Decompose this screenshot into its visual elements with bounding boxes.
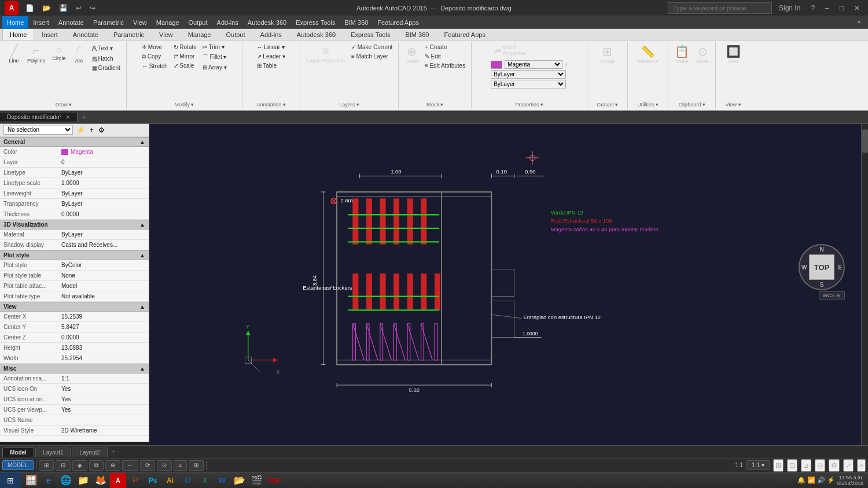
text-btn[interactable]: A Text ▾ (90, 43, 123, 54)
tab-output[interactable]: Output (219, 28, 253, 40)
hatch-btn[interactable]: ▨ Hatch (90, 54, 123, 63)
menu-a360[interactable]: Autodesk 360 (243, 16, 291, 29)
array-btn[interactable]: ⊞ Array ▾ (200, 63, 229, 72)
tab-manage[interactable]: Manage (181, 28, 219, 40)
tab-home[interactable]: Home (2, 28, 34, 40)
make-current-btn[interactable]: ✓ Make Current (349, 43, 395, 51)
taskbar-powerpoint-icon[interactable]: P (127, 473, 144, 488)
tab-parametric[interactable]: Parametric (106, 28, 152, 40)
doc-tab-close[interactable]: ✕ (65, 114, 70, 120)
layer-props-btn[interactable]: ≡ Layer Properties (304, 43, 348, 65)
section-general[interactable]: General ▲ (0, 137, 149, 147)
taskbar-autocad-icon[interactable]: A (110, 473, 126, 488)
taskbar-ie-icon[interactable]: e (41, 473, 57, 488)
polar-btn[interactable]: ◎ (815, 459, 825, 472)
maximize-btn[interactable]: □ (836, 3, 847, 13)
minimize-btn[interactable]: – (822, 3, 833, 13)
snap-btn-5[interactable]: ⊕ (105, 460, 120, 471)
fillet-btn[interactable]: ⌒ Fillet ▾ (200, 52, 229, 62)
taskbar-photoshop-icon[interactable]: Ps (145, 473, 161, 488)
help-btn[interactable]: ? (807, 3, 818, 13)
settings-btn[interactable]: ⚙ (829, 459, 840, 472)
layout-add-btn[interactable]: + (108, 447, 119, 457)
sign-in-btn[interactable]: Sign In (775, 3, 804, 13)
tab-insert[interactable]: Insert (34, 28, 65, 40)
view-btn[interactable]: 🔲 View (723, 43, 744, 66)
stretch-btn[interactable]: ↔ Stretch (139, 62, 170, 71)
model-status-btn[interactable]: MODEL (2, 460, 34, 470)
base-btn[interactable]: ⊙ Base (693, 43, 712, 66)
mirror-btn[interactable]: ⇌ Mirror (171, 52, 199, 61)
snap-btn-2[interactable]: ⊟ (56, 460, 71, 471)
menu-addins[interactable]: Add-ins (212, 16, 243, 29)
new-btn[interactable]: 📄 (22, 3, 38, 13)
tab-annotate[interactable]: Annotate (65, 28, 106, 40)
menu-annotate[interactable]: Annotate (54, 16, 89, 29)
menu-bim360[interactable]: BIM 360 (340, 16, 373, 29)
tab-view[interactable]: View (152, 28, 181, 40)
taskbar-media-icon[interactable]: 🎬 (249, 473, 265, 488)
tray-icon-3[interactable]: 🔊 (817, 476, 825, 484)
copy-btn[interactable]: ⧉ Copy (139, 52, 170, 61)
props-add-btn[interactable]: + (89, 125, 95, 135)
model-tab[interactable]: Model (2, 448, 34, 457)
tray-icon-1[interactable]: 🔔 (797, 476, 806, 484)
polyline-btn[interactable]: ⌐ Polyline (24, 43, 49, 65)
snap-btn-9[interactable]: ≡ (174, 460, 187, 471)
save-btn[interactable]: 💾 (56, 3, 71, 13)
snap-btn-8[interactable]: ⊙ (157, 460, 172, 471)
taskbar-pdf-icon[interactable]: PDF (266, 473, 282, 488)
snap-btn-7[interactable]: ⟳ (140, 460, 155, 471)
tray-icon-4[interactable]: ⚡ (827, 476, 835, 484)
scale-btn[interactable]: 1:1 ▾ (746, 460, 770, 470)
layout2-tab[interactable]: Layout2 (72, 448, 108, 457)
ortho-btn[interactable]: ⊿ (801, 459, 811, 472)
snap-icon-btn[interactable]: ⊡ (787, 459, 797, 472)
tab-a360[interactable]: Autodesk 360 (289, 28, 343, 40)
menu-manage[interactable]: Manage (152, 16, 184, 29)
linetype-selector[interactable]: ByLayer (491, 70, 566, 79)
undo-btn[interactable]: ↩ (72, 3, 85, 13)
taskbar-outlook-icon[interactable]: O (179, 473, 196, 488)
leader-btn[interactable]: ↗ Leader ▾ (255, 52, 288, 61)
tab-bim360[interactable]: BIM 360 (398, 28, 436, 40)
doc-tab-active[interactable]: Deposito modificado° ✕ (0, 113, 78, 121)
props-settings-btn[interactable]: ⚙ (97, 125, 106, 135)
scale-btn[interactable]: ⤢ Scale (171, 61, 199, 70)
taskbar-illustrator-icon[interactable]: Ai (162, 473, 178, 488)
color-selector[interactable]: Magenta ByLayer Red (505, 60, 562, 69)
search-input[interactable] (668, 2, 772, 14)
redo-btn[interactable]: ↪ (86, 3, 99, 13)
line-btn[interactable]: ╱ Line (5, 43, 23, 65)
snap-btn-6[interactable]: ↔ (122, 460, 138, 471)
gradient-btn[interactable]: ▦ Gradient (90, 64, 123, 72)
taskbar-explorer-icon[interactable]: 📂 (231, 473, 248, 488)
snap-btn-1[interactable]: ⊞ (39, 460, 54, 471)
open-btn[interactable]: 📂 (39, 3, 54, 13)
menu-express[interactable]: Express Tools (291, 16, 340, 29)
snap-btn-3[interactable]: ◈ (72, 460, 87, 471)
drawing-svg[interactable]: 1.00 0.10 0.90 2.6m 3.84 5.02 1.0000 (149, 124, 861, 451)
circle-btn[interactable]: ○ Circle (50, 43, 69, 63)
grid-btn[interactable]: ⊞ (773, 459, 784, 472)
taskbar-windows-btn[interactable]: 🪟 (23, 473, 39, 488)
properties-btn[interactable]: ≡ (857, 459, 866, 472)
menu-parametric[interactable]: Parametric (89, 16, 128, 29)
paste-btn[interactable]: 📋 Paste (672, 43, 692, 66)
taskbar-excel-icon[interactable]: X (197, 473, 213, 488)
taskbar-word-icon[interactable]: W (214, 473, 230, 488)
create-btn[interactable]: + Create (422, 43, 468, 51)
menu-home[interactable]: Home (2, 16, 28, 29)
section-view[interactable]: View ▲ (0, 302, 149, 312)
linear-btn[interactable]: ↔ Linear ▾ (255, 43, 288, 51)
section-plot-style[interactable]: Plot style ▲ (0, 250, 149, 260)
snap-btn-4[interactable]: ⧉ (89, 460, 104, 471)
doc-tab-add[interactable]: + (78, 112, 91, 123)
menu-featured[interactable]: Featured Apps (373, 16, 424, 29)
taskbar-chrome-icon[interactable]: 🌐 (58, 473, 74, 488)
snap-btn-10[interactable]: ⊞ (189, 460, 204, 471)
measure-btn[interactable]: 📏 Measure (635, 43, 661, 66)
section-misc[interactable]: Misc ▲ (0, 364, 149, 374)
trim-btn[interactable]: ✂ Trim ▾ (200, 43, 229, 51)
layout1-tab[interactable]: Layout1 (35, 448, 71, 457)
